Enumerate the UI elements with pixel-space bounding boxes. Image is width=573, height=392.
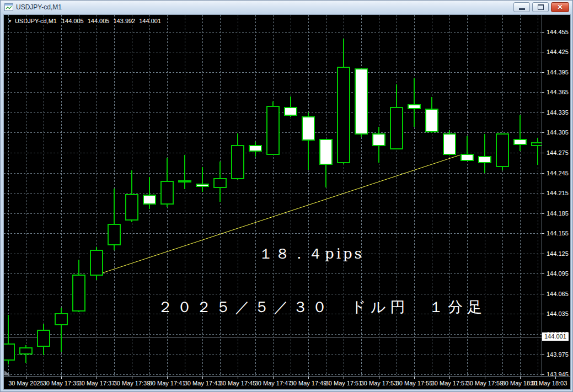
chart-client-area: ▼ USDJPY-cd,M1 144.005 144.005 143.992 1… (3, 14, 571, 390)
price-tick-label: 144.095 (547, 270, 569, 277)
candle-17:50 (320, 139, 332, 187)
time-tick-label: 30 May 17:51 (323, 380, 364, 386)
window-controls: ✕ (513, 2, 569, 12)
price-tick (542, 32, 544, 33)
price-tick-label: 144.125 (547, 250, 569, 257)
time-tick (520, 377, 521, 379)
time-tick-label: 30 May 17:49 (288, 380, 329, 386)
titlebar[interactable]: USDJPY-cd,M1 ✕ (1, 1, 572, 14)
low-value: 143.992 (113, 18, 135, 24)
time-tick-label: 30 May 17:47 (253, 380, 293, 386)
time-tick-label: 30 May 17:37 (76, 380, 117, 386)
time-tick (379, 377, 379, 379)
candle-17:38 (108, 189, 120, 250)
price-tick (542, 92, 544, 93)
price-axis[interactable]: 144.001 144.455144.425144.395144.365144.… (542, 15, 570, 376)
close-icon: ✕ (557, 4, 563, 10)
time-tick-label: 30 May 17:35 (41, 380, 82, 386)
time-tick-label: 30 May 17:55 (394, 380, 435, 386)
time-tick (273, 377, 274, 379)
time-tick (202, 377, 203, 379)
price-tick-label: 144.305 (547, 129, 569, 136)
time-tick (97, 377, 97, 379)
price-tick (542, 213, 544, 214)
candle-17:54 (390, 84, 403, 149)
price-tick-label: 144.395 (547, 69, 569, 76)
time-tick (449, 377, 450, 379)
price-tick (542, 112, 544, 113)
close-button[interactable]: ✕ (551, 2, 569, 12)
chart-plot[interactable]: ▼ USDJPY-cd,M1 144.005 144.005 143.992 1… (4, 15, 542, 376)
price-tick-label: 144.335 (547, 109, 569, 116)
candle-17:42 (179, 155, 191, 189)
time-tick-label: 30 May 17:43 (182, 380, 223, 386)
price-tick (542, 355, 544, 355)
open-value: 144.005 (62, 18, 84, 24)
time-tick-label: 30 May 18:03 (528, 380, 569, 386)
candle-17:32 (4, 315, 14, 364)
price-tick (542, 273, 544, 274)
time-tick (26, 377, 26, 379)
candle-18:01 (514, 115, 526, 151)
price-tick (542, 132, 544, 133)
price-tick-label: 144.365 (547, 89, 569, 96)
time-tick (308, 377, 309, 379)
time-tick-label: 30 May 17:45 (217, 380, 258, 386)
price-tick (542, 254, 544, 254)
minimize-button[interactable] (513, 2, 530, 12)
time-tick-label: 30 May 17:41 (147, 380, 188, 386)
candle-17:55 (408, 78, 420, 127)
time-tick-label: 30 May 17:59 (464, 380, 505, 386)
restore-icon (538, 4, 544, 10)
gridlines (4, 15, 542, 376)
candle-17:40 (143, 177, 156, 208)
minimize-icon (519, 8, 525, 10)
price-tick-label: 144.245 (547, 170, 569, 177)
pips-annotation: １８．４pips (259, 244, 364, 264)
window-title: USDJPY-cd,M1 (16, 3, 62, 11)
price-tick-label: 143.975 (547, 351, 569, 358)
caption-annotation: ２０２５／５／３０ ドル円 １分足 (158, 297, 486, 317)
high-value: 144.005 (88, 18, 110, 24)
price-tick-label: 144.275 (547, 149, 569, 157)
candle-17:34 (38, 324, 50, 355)
price-tick (542, 193, 544, 194)
close-value: 144.001 (139, 18, 161, 24)
price-tick (542, 374, 544, 375)
price-tick-label: 144.035 (547, 310, 569, 318)
price-tick (542, 72, 544, 73)
candle-17:59 (479, 134, 491, 173)
price-tick (542, 52, 544, 52)
time-tick (344, 377, 344, 379)
price-tick (542, 233, 544, 234)
candle-17:48 (285, 96, 297, 117)
candle-17:43 (196, 167, 208, 192)
price-tick-label: 144.425 (547, 49, 569, 56)
candle-17:53 (373, 127, 385, 163)
price-tick-label: 144.185 (547, 210, 569, 217)
restore-button[interactable] (532, 2, 549, 12)
candle-17:56 (426, 97, 438, 133)
candle-17:44 (214, 162, 226, 202)
candle-17:41 (161, 158, 173, 207)
time-tick-label: 30 May 2025 (6, 380, 46, 386)
time-tick (555, 377, 556, 379)
time-tick-label: 30 May 17:39 (111, 380, 152, 386)
time-tick (167, 377, 168, 379)
candlestick-svg[interactable] (4, 15, 542, 376)
candle-18:00 (496, 133, 508, 170)
time-tick (238, 377, 238, 379)
autoscroll-marker (4, 370, 10, 375)
candle-17:47 (267, 101, 279, 155)
price-tick-label: 144.215 (547, 190, 569, 197)
time-axis[interactable]: 30 May 202530 May 17:3530 May 17:3730 Ma… (4, 376, 570, 389)
candle-17:45 (232, 133, 244, 180)
price-tick (542, 173, 544, 174)
candle-17:37 (90, 247, 103, 280)
bid-price-marker: 144.001 (542, 332, 569, 341)
candle-17:49 (302, 112, 314, 170)
candle-17:39 (126, 170, 138, 222)
time-tick-label: 30 May 17:57 (429, 380, 470, 386)
expander-triangle-icon[interactable]: ▼ (8, 19, 12, 24)
time-tick (61, 377, 62, 379)
